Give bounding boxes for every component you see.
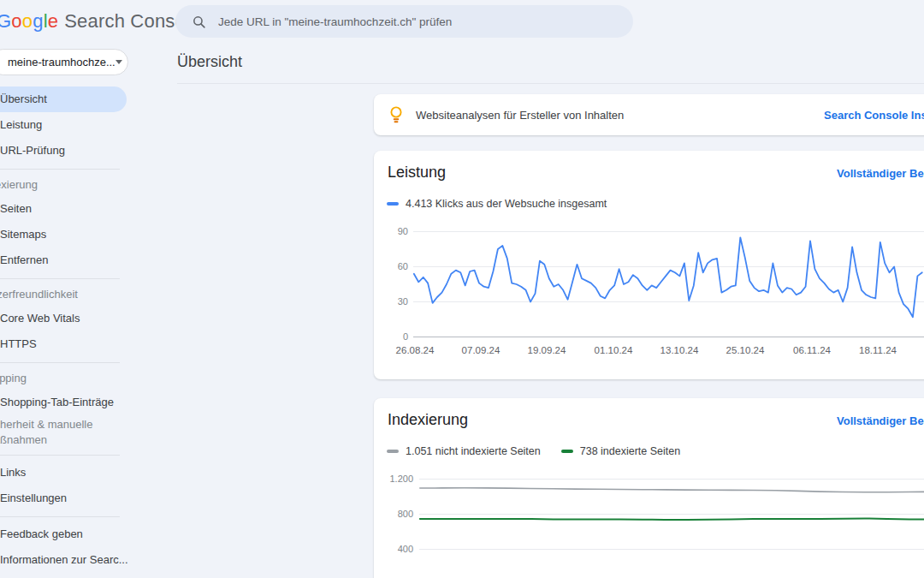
sidebar-item-informationen[interactable]: Informationen zur Searc...: [0, 547, 130, 573]
performance-card-title: Leistung: [388, 164, 446, 182]
y-tick: 60: [374, 261, 408, 271]
sidebar-item-shopping-tab-eintraege[interactable]: Shopping-Tab-Einträge: [0, 390, 130, 415]
indexing-card: Indexierung Vollständiger Bericht 1.051 …: [374, 398, 924, 578]
not-indexed-legend-label: 1.051 nicht indexierte Seiten: [406, 445, 541, 457]
sidebar-item-feedback-geben[interactable]: Feedback geben: [0, 521, 130, 547]
sidebar-item-url-pruefung[interactable]: URL-Prüfung: [0, 138, 130, 164]
sidebar-item-seiten[interactable]: Seiten: [0, 196, 130, 222]
not-indexed-legend: 1.051 nicht indexierte Seiten: [387, 445, 541, 457]
not-indexed-legend-dash: [387, 450, 399, 453]
sidebar-section-nutzerfreundlichkeit: Nutzerfreundlichkeit: [0, 283, 130, 306]
url-inspection-searchbar[interactable]: [175, 5, 633, 38]
search-input[interactable]: [216, 15, 633, 29]
search-icon: [192, 15, 206, 29]
google-search-console-logo[interactable]: GoogleSearch Console: [0, 10, 201, 33]
not-indexed-line: [420, 488, 924, 492]
property-selector-label: meine-traumhochze...: [8, 56, 116, 69]
y-tick: 90: [374, 226, 408, 236]
indexed-line: [420, 518, 924, 520]
insights-banner-text: Websiteanalysen für Ersteller von Inhalt…: [416, 109, 624, 122]
logo-letter: g: [33, 10, 43, 32]
logo-letter: o: [22, 10, 33, 32]
sidebar-item-uebersicht[interactable]: Übersicht: [0, 86, 127, 112]
performance-card: Leistung Vollständiger Bericht 4.413 Kli…: [374, 151, 924, 379]
sidebar-section-shopping: Shopping: [0, 367, 130, 390]
indexing-full-report-link[interactable]: Vollständiger Bericht: [837, 414, 924, 427]
logo-letter: G: [0, 10, 11, 32]
sidebar-item-https[interactable]: HTTPS: [0, 331, 130, 357]
sidebar-divider: [0, 450, 130, 460]
performance-full-report-link[interactable]: Vollständiger Bericht: [837, 167, 924, 180]
sidebar-section-indexierung: Indexierung: [0, 174, 130, 196]
x-tick: 01.10.24: [595, 345, 633, 355]
y-tick: 1.200: [374, 474, 413, 484]
sidebar-item-entfernen[interactable]: Entfernen: [0, 247, 130, 273]
x-tick: 26.08.24: [396, 345, 435, 355]
x-tick: 19.09.24: [528, 345, 566, 355]
x-tick: 13.10.24: [660, 345, 699, 355]
property-selector[interactable]: meine-traumhochze...: [0, 49, 128, 75]
sidebar-item-sitemaps[interactable]: Sitemaps: [0, 222, 130, 247]
y-tick: 400: [374, 544, 413, 554]
y-tick: 0: [374, 331, 408, 342]
logo-letter: o: [11, 10, 21, 32]
page-title: Übersicht: [177, 53, 242, 71]
clicks-legend: 4.413 Klicks aus der Websuche insgesamt: [387, 198, 607, 210]
sidebar-divider: [0, 357, 130, 367]
indexed-legend-dash: [561, 450, 573, 453]
sidebar-item-einstellungen[interactable]: Einstellungen: [0, 486, 130, 511]
sidebar-divider: [0, 164, 130, 174]
y-tick: 30: [374, 296, 408, 307]
sidebar-item-leistung[interactable]: Leistung: [0, 112, 130, 138]
y-tick: 800: [374, 509, 413, 519]
x-tick: 06.11.24: [793, 345, 831, 355]
sidebar-item-links[interactable]: Links: [0, 460, 130, 486]
sidebar-divider: [0, 273, 130, 283]
indexed-legend-label: 738 indexierte Seiten: [580, 445, 680, 457]
indexed-legend: 738 indexierte Seiten: [561, 445, 680, 457]
x-tick: 07.09.24: [462, 345, 500, 355]
sidebar: Übersicht Leistung URL-Prüfung Indexieru…: [0, 86, 130, 573]
x-tick: 18.11.24: [859, 345, 897, 355]
sidebar-divider: [0, 511, 130, 521]
lightbulb-icon: [388, 105, 404, 124]
chevron-down-icon: [116, 60, 122, 64]
clicks-legend-dash: [387, 202, 399, 206]
x-tick: 25.10.24: [726, 345, 765, 355]
sidebar-item-sicherheit-manuelle-massnahmen[interactable]: Sicherheit & manuelle Maßnahmen: [0, 415, 128, 450]
clicks-legend-label: 4.413 Klicks aus der Websuche insgesamt: [406, 198, 607, 210]
logo-letter: e: [48, 10, 58, 32]
title-divider: [177, 83, 924, 84]
clicks-line-chart: [413, 225, 924, 337]
insights-banner: Websiteanalysen für Ersteller von Inhalt…: [374, 94, 924, 135]
indexing-card-title: Indexierung: [388, 411, 468, 429]
search-console-insights-link[interactable]: Search Console Insights: [824, 109, 924, 122]
clicks-line: [414, 237, 922, 317]
indexing-line-chart: [419, 473, 924, 578]
sidebar-item-core-web-vitals[interactable]: Core Web Vitals: [0, 306, 130, 331]
